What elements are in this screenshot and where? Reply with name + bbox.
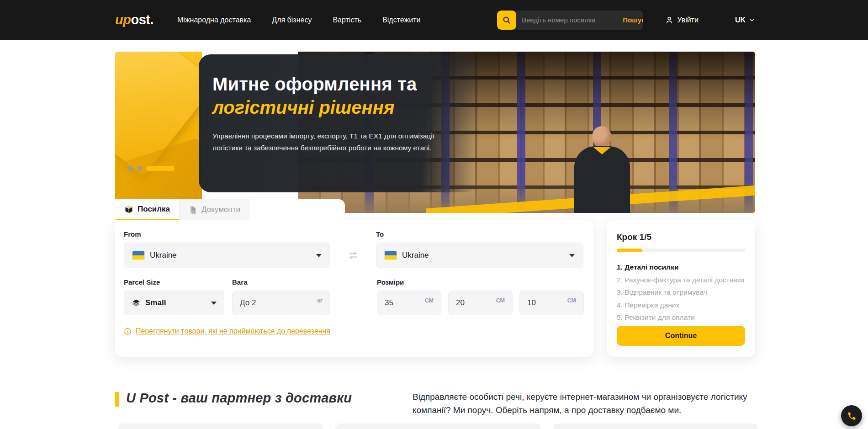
parcel-size-select[interactable]: Small <box>124 291 224 315</box>
direction-card-3[interactable] <box>553 424 758 429</box>
logo-accent: up <box>115 12 131 27</box>
from-country-select[interactable]: Ukraine <box>124 243 330 268</box>
ukraine-flag-icon <box>385 251 397 260</box>
restricted-items-link[interactable]: Переглянути товари, які не приймаються д… <box>124 327 330 335</box>
dimensions-label: Розміри <box>377 278 584 286</box>
shipment-form-card: From Ukraine To Ukraine <box>115 220 593 357</box>
search-icon-button[interactable] <box>497 11 516 30</box>
steps-card: Крок 1/5 1. Деталі посилки 2. Рахунок-фа… <box>607 220 755 357</box>
ukraine-flag-icon <box>132 251 144 260</box>
info-icon <box>124 328 132 335</box>
tracking-number-input[interactable] <box>516 16 616 24</box>
step-item-2: 2. Рахунок-фактура та деталі доставки <box>617 276 745 284</box>
tab-documents-label: Документи <box>201 205 240 214</box>
chevron-down-icon <box>749 17 755 23</box>
dimension-unit: СМ <box>425 297 434 304</box>
swap-countries-button[interactable] <box>330 243 376 268</box>
parcel-box-icon <box>124 205 133 214</box>
parcel-size-icon <box>132 298 141 307</box>
tab-documents[interactable]: Документи <box>179 199 249 220</box>
step-counter: Крок 1/5 <box>617 232 745 242</box>
progress-bar <box>617 249 745 252</box>
user-icon <box>665 16 673 24</box>
swap-arrows-icon <box>348 250 359 261</box>
hero-text-panel: Митне оформлення та логістичні рішення У… <box>199 54 478 192</box>
call-fab-button[interactable] <box>841 405 862 426</box>
main-nav: Міжнародна доставка Для бізнесу Вартість… <box>177 16 420 24</box>
nav-track[interactable]: Відстежити <box>382 16 420 24</box>
carousel-dot-active[interactable] <box>146 166 175 171</box>
language-code: UK <box>735 16 746 24</box>
step-item-5: 5. Реквізити для оплати <box>617 313 745 321</box>
dimension-unit: СМ <box>567 297 576 304</box>
logo-rest: ost. <box>131 12 153 27</box>
hero-envelope-image <box>115 52 202 213</box>
direction-card-2[interactable] <box>335 424 541 429</box>
steps-list: 1. Деталі посилки 2. Рахунок-фактура та … <box>617 263 745 321</box>
progress-bar-fill <box>617 249 642 252</box>
to-country-value: Ukraine <box>402 251 429 260</box>
search-icon <box>502 16 511 25</box>
login-button[interactable]: Увійти <box>665 16 699 24</box>
intro-title-block: U Post - ваш партнер з доставки <box>115 391 413 417</box>
dimension-height-value: 10 <box>527 298 536 307</box>
dimension-width-value: 20 <box>456 298 465 307</box>
from-label: From <box>124 230 330 238</box>
direction-cards-row <box>118 424 758 429</box>
dimension-unit: СМ <box>496 297 505 304</box>
hero-title-line2: логістичні рішення <box>212 96 460 118</box>
dimension-height-input[interactable]: 10 СМ <box>519 291 584 315</box>
intro-section: U Post - ваш партнер з доставки Відправл… <box>115 391 755 417</box>
weight-input[interactable]: До 2 кг <box>232 291 330 315</box>
logo[interactable]: upost. <box>115 12 153 27</box>
intro-description: Відправляєте особисті речі, керуєте інте… <box>413 391 755 417</box>
step-item-1: 1. Деталі посилки <box>617 263 745 271</box>
from-country-value: Ukraine <box>150 251 177 260</box>
hero-banner: Митне оформлення та логістичні рішення У… <box>115 52 755 213</box>
header: upost. Міжнародна доставка Для бізнесу В… <box>0 0 868 40</box>
restricted-items-link-label: Переглянути товари, які не приймаються д… <box>136 327 330 335</box>
step-item-3: 3. Відправник та отримувач <box>617 288 745 296</box>
dimension-length-input[interactable]: 35 СМ <box>377 291 441 315</box>
tab-parcel[interactable]: Посилка <box>115 199 179 220</box>
carousel-dot-1[interactable] <box>128 166 133 171</box>
login-label: Увійти <box>677 16 699 24</box>
dimension-width-input[interactable]: 20 СМ <box>448 291 513 315</box>
search-submit-button[interactable]: Пошук <box>616 16 643 24</box>
parcel-size-label: Parcel Size <box>124 278 224 286</box>
tracking-search: Пошук <box>497 11 643 30</box>
to-label: To <box>376 230 583 238</box>
warehouse-worker <box>568 126 636 213</box>
weight-unit: кг <box>318 297 323 304</box>
shipment-type-tabs: Посилка Документи <box>115 199 345 220</box>
parcel-size-value: Small <box>145 298 166 307</box>
weight-value: До 2 <box>240 298 256 307</box>
nav-for-business[interactable]: Для бізнесу <box>272 16 312 24</box>
carousel-dot-2[interactable] <box>137 166 142 171</box>
nav-pricing[interactable]: Вартість <box>333 16 361 24</box>
chevron-down-icon <box>569 254 575 257</box>
intro-title: U Post - ваш партнер з доставки <box>126 391 352 406</box>
tab-parcel-label: Посилка <box>138 205 170 214</box>
hero-title-line1: Митне оформлення та <box>212 74 460 95</box>
phone-icon <box>847 411 857 421</box>
documents-icon <box>189 206 197 214</box>
hero-carousel-dots <box>128 166 175 171</box>
hero-description: Управління процесами імпорту, експорту, … <box>212 130 455 154</box>
chevron-down-icon <box>316 254 322 257</box>
dimension-length-value: 35 <box>385 298 393 307</box>
accent-bar <box>115 392 119 407</box>
direction-card-1[interactable] <box>118 424 323 429</box>
nav-international-delivery[interactable]: Міжнародна доставка <box>177 16 251 24</box>
language-switcher[interactable]: UK <box>735 16 755 24</box>
step-item-4: 4. Перевірка даних <box>617 301 745 309</box>
to-country-select[interactable]: Ukraine <box>376 243 583 268</box>
weight-label: Вага <box>232 278 330 286</box>
chevron-down-icon <box>211 302 217 305</box>
continue-button[interactable]: Continue <box>617 326 745 346</box>
header-right: Пошук Увійти UK <box>497 11 755 30</box>
calculator-section: From Ukraine To Ukraine <box>115 220 755 357</box>
